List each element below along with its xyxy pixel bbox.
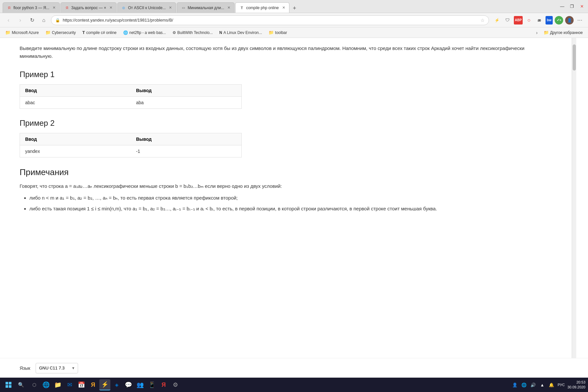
opera-icon[interactable]: ○ xyxy=(525,16,533,24)
home-button[interactable]: ⌂ xyxy=(39,16,48,25)
page-content: Выведите минимальную по длине подстроку … xyxy=(0,38,572,358)
bookmark-label: Microsoft Azure xyxy=(12,30,39,35)
tab-close-1[interactable]: ✕ xyxy=(53,6,56,10)
example1-output-value: aba xyxy=(131,97,242,109)
bookmark-cybersecurity[interactable]: 📁 Cybersecurity xyxy=(43,29,78,36)
bookmark-compile-csharp[interactable]: T compile c# online xyxy=(80,29,119,36)
address-bar[interactable]: 🔒 https://contest.yandex.ru/yacup/contes… xyxy=(51,15,489,25)
browser-tab-5[interactable]: T compile php online ✕ xyxy=(235,2,289,13)
taskbar-people-icon[interactable]: 👤 xyxy=(511,381,518,388)
url-text: https://contest.yandex.ru/yacup/contest/… xyxy=(63,18,478,23)
taskbar-app-browser[interactable]: Я xyxy=(88,379,99,390)
window-controls: — ❐ ✕ xyxy=(559,3,585,10)
tab-close-4[interactable]: ✕ xyxy=(227,6,230,10)
intro-paragraph: Выведите минимальную по длине подстроку … xyxy=(20,44,552,60)
security-icon[interactable]: ✓0 xyxy=(555,16,563,24)
bookmark-net2ftp[interactable]: 🌐 net2ftp - a web bas... xyxy=(121,30,169,36)
tab-close-5[interactable]: ✕ xyxy=(282,6,285,10)
restore-button[interactable]: ❐ xyxy=(568,3,576,10)
tab-title-3: От ASCII к Unicode... xyxy=(128,6,166,10)
svg-rect-1 xyxy=(9,382,11,384)
example2-input-value: yandex xyxy=(20,145,131,157)
browser-tab-1[interactable]: Я floor python 3 — Я... ✕ xyxy=(3,2,60,13)
example1-output-header: Вывод xyxy=(131,85,242,97)
clock-date: 30.09.2020 xyxy=(567,385,585,390)
svg-rect-2 xyxy=(6,385,8,388)
builtwith-favicon: ⚙ xyxy=(172,30,176,35)
new-tab-button[interactable]: + xyxy=(290,4,299,13)
language-select[interactable]: GNU C11 7.3 ▾ xyxy=(36,363,78,373)
bookmark-azure[interactable]: 📁 Microsoft Azure xyxy=(3,29,41,36)
bookmark-label: BuiltWith Technolo... xyxy=(177,30,213,35)
tab-favicon-4: ▭ xyxy=(181,6,186,10)
taskbar-app-vscode[interactable]: ◈ xyxy=(111,379,122,390)
taskbar-app-skype[interactable]: 💬 xyxy=(123,379,134,390)
bookmarks-other-folder[interactable]: 📁 Другое избранное xyxy=(541,29,585,36)
taskbar-up-arrow-icon[interactable]: ▲ xyxy=(539,381,546,388)
taskbar-app-vscode-blue[interactable]: ⚡ xyxy=(99,379,110,390)
taskbar-app-edge[interactable]: 🌐 xyxy=(41,379,52,390)
bookmark-linux[interactable]: N A Linux Dev Environ... xyxy=(217,30,265,36)
tab-close-3[interactable]: ✕ xyxy=(169,6,172,10)
back-button[interactable]: ‹ xyxy=(4,16,13,25)
svg-rect-3 xyxy=(9,385,11,388)
tab-close-2[interactable]: ✕ xyxy=(109,6,112,10)
start-button[interactable] xyxy=(3,379,14,391)
bookmarks-other-label: Другое избранное xyxy=(550,30,583,35)
taskbar-volume-icon[interactable]: 🔊 xyxy=(530,381,537,388)
language-bar: Язык GNU C11 7.3 ▾ xyxy=(0,358,588,378)
taskbar: 🔍 ⬡ 🌐 📁 ✉ 📅 Я ⚡ ◈ 💬 👥 📱 Я ⚙ 👤 🌐 🔊 ▲ 🔔 xyxy=(0,378,588,392)
bookmark-toolbar[interactable]: 📁 toolbar xyxy=(266,29,290,36)
close-button[interactable]: ✕ xyxy=(578,3,585,10)
folder-icon: 📁 xyxy=(269,30,274,35)
taskbar-app-settings[interactable]: ⚙ xyxy=(170,379,181,390)
browser-tab-2[interactable]: Я Задать вопрос — × ✕ xyxy=(60,2,117,13)
taskbar-clock[interactable]: 20:53 30.09.2020 xyxy=(567,380,585,390)
profile-avatar[interactable]: 👤 xyxy=(565,16,574,24)
taskbar-right: 👤 🌐 🔊 ▲ 🔔 РУС 20:53 30.09.2020 xyxy=(511,380,585,390)
refresh-button[interactable]: ↻ xyxy=(27,16,37,25)
browser-tab-4[interactable]: ▭ Минимальная дли... ✕ xyxy=(177,2,235,13)
taskbar-network-icon[interactable]: 🌐 xyxy=(520,381,528,388)
bookmark-builtwith[interactable]: ⚙ BuiltWith Technolo... xyxy=(170,30,216,36)
scrollbar-thumb[interactable] xyxy=(573,44,576,71)
minimize-button[interactable]: — xyxy=(559,3,566,10)
language-label: Язык xyxy=(20,366,30,371)
browser-ext-icon[interactable]: 🛡 xyxy=(503,16,512,24)
browser-extensions: ⚡ 🛡 ABP ○ æ bw ✓0 👤 ⋯ xyxy=(493,16,584,24)
scrollbar[interactable] xyxy=(572,38,576,358)
taskbar-notification-icon[interactable]: 🔔 xyxy=(548,381,555,388)
notes-bullet-2: либо есть такая позиция 1 ≤ i ≤ min(n,m)… xyxy=(29,204,552,213)
browser-tab-3[interactable]: ◎ От ASCII к Unicode... ✕ xyxy=(117,2,176,13)
tab-title-2: Задать вопрос — × xyxy=(71,6,106,10)
taskbar-search-button[interactable]: 🔍 xyxy=(16,380,26,390)
notes-bullet-1: либо n < m и a₁ = b₁, a₂ = b₂, …, aₙ = b… xyxy=(29,194,552,202)
bitwarden-icon[interactable]: bw xyxy=(546,16,553,24)
bookmark-label: A Linux Dev Environ... xyxy=(223,30,262,35)
example2-table: Ввод Вывод yandex -1 xyxy=(20,133,242,157)
bookmarks-more-button[interactable]: › xyxy=(534,29,540,36)
folder-icon: 📁 xyxy=(45,30,51,35)
folder-icon: 📁 xyxy=(544,30,549,35)
menu-button[interactable]: ⋯ xyxy=(576,16,584,24)
taskbar-app-calendar[interactable]: 📅 xyxy=(76,379,87,390)
adblock-icon[interactable]: ABP xyxy=(514,16,523,24)
example2-output-value: -1 xyxy=(131,145,242,157)
star-icon[interactable]: ☆ xyxy=(481,18,485,23)
tab-favicon-5: T xyxy=(239,6,244,10)
keyboard-language[interactable]: РУС xyxy=(558,383,565,387)
taskbar-app-phone[interactable]: 📱 xyxy=(146,379,157,390)
taskbar-app-yandex[interactable]: Я xyxy=(158,379,169,390)
svg-rect-0 xyxy=(6,382,8,384)
forward-button[interactable]: › xyxy=(16,16,25,25)
example1-title: Пример 1 xyxy=(20,70,552,79)
example2-title: Пример 2 xyxy=(20,119,552,128)
chevron-down-icon: ▾ xyxy=(72,366,74,370)
ae-icon[interactable]: æ xyxy=(535,16,544,24)
taskbar-app-explorer[interactable]: 📁 xyxy=(52,379,63,390)
notes-section: Примечания Говорят, что строка a = a₁a₂…… xyxy=(20,167,552,213)
taskbar-app-teams[interactable]: 👥 xyxy=(135,379,146,390)
yandex-translate-icon[interactable]: ⚡ xyxy=(493,16,501,24)
taskbar-app-mail[interactable]: ✉ xyxy=(64,379,75,390)
taskbar-app-cortana[interactable]: ⬡ xyxy=(29,379,40,390)
